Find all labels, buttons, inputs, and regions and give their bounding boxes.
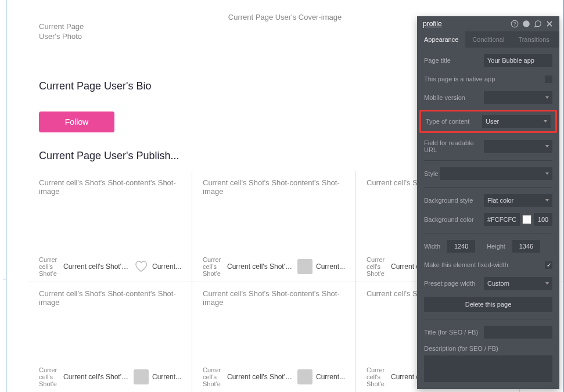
shot-creator-label: Current cell's Shot's Cr... bbox=[63, 373, 130, 381]
readable-url-select[interactable] bbox=[484, 140, 552, 153]
seo-title-label: Title (for SEO / FB) bbox=[424, 329, 484, 336]
height-label: Height bbox=[487, 243, 505, 250]
grid-cell[interactable]: Current cell's Shot's Shot-content's Sho… bbox=[28, 282, 192, 392]
fixed-width-label: Make this element fixed-width bbox=[424, 261, 545, 268]
svg-text:?: ? bbox=[513, 21, 516, 27]
current-label: Current... bbox=[152, 262, 181, 271]
preset-width-select[interactable]: Custom bbox=[484, 277, 552, 290]
preset-width-label: Preset page width bbox=[424, 280, 484, 287]
user-photo-placeholder: Current Page User's Photo bbox=[39, 22, 103, 42]
panel-tabs: Appearance Conditional Transitions bbox=[417, 31, 559, 48]
tab-appearance[interactable]: Appearance bbox=[417, 31, 465, 48]
grid-cell[interactable]: Current cell's Shot's Shot-content's Sho… bbox=[192, 171, 356, 282]
shot-author-photo: Currer cell's Shot'e bbox=[39, 256, 60, 277]
shot-author-photo: Currer cell's Shot'e bbox=[203, 366, 224, 387]
seo-title-input[interactable] bbox=[484, 326, 552, 339]
svg-point-2 bbox=[523, 20, 530, 27]
bg-color-swatch[interactable] bbox=[522, 215, 531, 224]
type-of-content-label: Type of content bbox=[426, 118, 482, 125]
shot-creator-label: Current cell's Shot's Cr... bbox=[63, 262, 130, 271]
mobile-version-select[interactable] bbox=[484, 91, 552, 104]
mobile-version-label: Mobile version bbox=[424, 94, 484, 101]
page-title-label: Page title bbox=[424, 57, 484, 64]
comment-icon[interactable] bbox=[534, 20, 542, 28]
fixed-width-checkbox[interactable] bbox=[545, 261, 552, 269]
tab-transitions[interactable]: Transitions bbox=[511, 31, 556, 48]
shot-author-photo: Currer cell's Shot'e bbox=[203, 256, 224, 277]
delete-page-button[interactable]: Delete this page bbox=[424, 297, 552, 312]
grid-cell[interactable]: Current cell's Shot's Shot-content's Sho… bbox=[192, 282, 356, 392]
tab-conditional[interactable]: Conditional bbox=[465, 31, 511, 48]
readable-url-label: Field for readable URL bbox=[424, 139, 484, 153]
icon-placeholder[interactable] bbox=[297, 259, 312, 274]
style-select[interactable] bbox=[440, 167, 552, 180]
shot-image-label: Current cell's Shot's Shot-content's Sho… bbox=[203, 178, 345, 196]
shot-author-photo: Currer cell's Shot'e bbox=[39, 366, 60, 387]
shot-image-label: Current cell's Shot's Shot-content's Sho… bbox=[39, 289, 181, 307]
shot-image-label: Current cell's Shot's Shot-content's Sho… bbox=[39, 178, 181, 196]
shot-creator-label: Current cell's Shot's Cr... bbox=[227, 262, 294, 271]
icon-placeholder[interactable] bbox=[134, 369, 149, 384]
icon-placeholder[interactable] bbox=[297, 369, 312, 384]
seo-desc-input[interactable] bbox=[424, 355, 552, 382]
shot-author-photo: Currer cell's Shot'e bbox=[367, 366, 387, 387]
heart-icon[interactable] bbox=[134, 259, 149, 274]
element-name[interactable]: profile bbox=[423, 20, 442, 28]
current-label: Current... bbox=[152, 373, 181, 381]
current-label: Current... bbox=[316, 262, 345, 271]
publish-heading: Current Page User's Publish... bbox=[39, 150, 179, 162]
type-of-content-row: Type of content User bbox=[419, 110, 557, 133]
shot-image-label: Current cell's Shot's Shot-content's Sho… bbox=[203, 289, 345, 307]
native-app-label: This page is a native app bbox=[424, 75, 545, 82]
grid-cell[interactable]: Current cell's Shot's Shot-content's Sho… bbox=[28, 171, 192, 282]
bg-color-hex[interactable]: #FCFCFC bbox=[484, 213, 520, 226]
height-input[interactable] bbox=[512, 240, 540, 253]
type-of-content-select[interactable]: User bbox=[482, 115, 551, 128]
style-label: Style bbox=[424, 170, 440, 177]
property-editor[interactable]: profile ? Appearance Conditional Transit… bbox=[417, 16, 559, 389]
bg-style-label: Background style bbox=[424, 197, 484, 204]
bg-color-label: Background color bbox=[424, 216, 484, 223]
shot-creator-label: Current cell's Shot's Cr... bbox=[227, 373, 294, 381]
page-title-input[interactable] bbox=[484, 54, 552, 67]
seo-desc-label: Description (for SEO / FB) bbox=[424, 345, 498, 352]
info-icon[interactable] bbox=[522, 20, 530, 28]
width-input[interactable] bbox=[447, 240, 475, 253]
bio-heading: Current Page User's Bio bbox=[39, 80, 152, 92]
width-label: Width bbox=[424, 243, 440, 250]
native-app-checkbox[interactable] bbox=[545, 75, 552, 83]
shot-author-photo: Currer cell's Shot'e bbox=[367, 256, 387, 277]
help-icon[interactable]: ? bbox=[511, 20, 519, 28]
follow-button[interactable]: Follow bbox=[39, 112, 114, 132]
current-label: Current... bbox=[316, 373, 345, 381]
close-icon[interactable] bbox=[545, 20, 554, 28]
bg-style-select[interactable]: Flat color bbox=[484, 194, 552, 207]
bg-color-alpha[interactable]: 100 bbox=[534, 213, 552, 226]
